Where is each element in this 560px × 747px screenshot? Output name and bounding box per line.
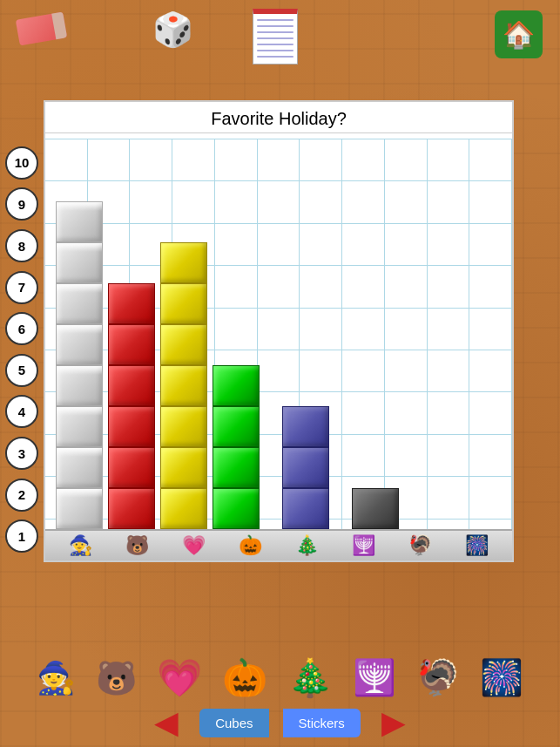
bar-heart[interactable] [160,242,207,529]
y-axis: 1 2 3 4 5 6 7 8 9 10 [0,139,44,560]
y-label-6: 6 [5,312,38,345]
y-label-5: 5 [5,354,38,387]
chart-shelf: 🧙 🐻 💗 🎃 🎄 🕎 🦃 🎆 [45,529,512,560]
sticker-pilgrim[interactable]: 🧙 [37,660,76,696]
chart-area: 1 2 3 4 5 6 7 8 9 10 Favorite Holiday? [44,100,514,562]
bar-wreath[interactable] [282,406,329,529]
shelf-icon-1: 🧙 [69,534,92,557]
shelf-icon-4: 🎃 [239,534,262,557]
bar-menorah[interactable] [352,488,399,529]
shelf-icon-2: 🐻 [125,534,149,557]
y-label-10: 10 [5,146,38,180]
shelf-icon-6: 🕎 [352,534,375,557]
tab-stickers-button[interactable]: Stickers [283,709,361,737]
sticker-row: 🧙 🐻 💗 🎃 🎄 🕎 🦃 🎆 [0,656,560,699]
shelf-icon-3: 💗 [182,534,206,557]
sticker-wreath[interactable]: 🎄 [287,656,333,699]
bar-pilgrim[interactable] [56,201,103,529]
y-label-3: 3 [5,437,38,470]
bar-bear[interactable] [108,283,155,529]
sticker-heart[interactable]: 💗 [157,656,202,699]
home-icon[interactable]: 🏠 [495,10,543,58]
notebook-icon[interactable] [253,9,298,65]
y-label-2: 2 [5,479,38,512]
shelf-icon-5: 🎄 [295,534,319,557]
shelf-icon-8: 🎆 [465,534,489,557]
shelf-icon-7: 🦃 [408,534,432,557]
sticker-fireworks[interactable]: 🎆 [480,657,523,698]
sticker-menorah[interactable]: 🕎 [353,657,396,698]
y-label-7: 7 [5,271,38,304]
sticker-turkey[interactable]: 🦃 [416,657,460,698]
bar-pumpkin[interactable] [213,365,260,529]
chart-title: Favorite Holiday? [45,102,512,133]
y-label-1: 1 [5,520,38,553]
tab-cubes-button[interactable]: Cubes [199,709,268,737]
nav-area: ◀ Cubes Stickers ▶ [0,705,560,740]
sticker-bear[interactable]: 🐻 [96,659,137,697]
sticker-pumpkin[interactable]: 🎃 [222,656,267,699]
dice-icon[interactable]: 🎲 [152,10,193,49]
nav-next-button[interactable]: ▶ [374,705,414,740]
nav-prev-button[interactable]: ◀ [146,705,186,740]
bars-container [45,139,512,529]
y-label-9: 9 [5,187,38,221]
y-label-4: 4 [5,395,38,428]
y-label-8: 8 [5,229,38,262]
eraser-icon[interactable] [16,11,67,45]
